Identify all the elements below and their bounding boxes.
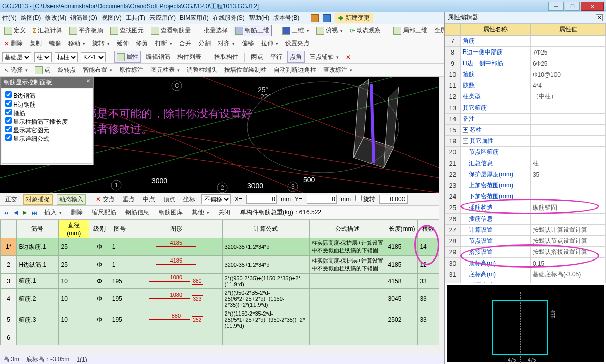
snap-perp[interactable]: 垂点 [121, 194, 137, 205]
prop-row[interactable]: 23 上加密范围(mm) [445, 180, 606, 191]
minimize-button[interactable]: ─ [548, 2, 564, 11]
three-point-button[interactable]: 三点辅轴 [308, 51, 341, 62]
col-header[interactable]: 直径(mm) [59, 220, 89, 238]
prop-row[interactable]: 22 保护层厚度(mm)35 [445, 169, 606, 180]
col-header[interactable]: 长度(mm) [386, 220, 418, 238]
adjust-end-button[interactable]: 调整柱端头 [185, 65, 219, 75]
prop-row[interactable]: 12柱类型（中柱） [445, 91, 606, 102]
floor-select[interactable]: 基础层 [2, 52, 31, 62]
prop-row[interactable]: 9H边一侧中部筋6Φ25 [445, 58, 606, 69]
grip-button[interactable]: 设置夹点 [283, 38, 312, 49]
maximize-button[interactable]: ☐ [565, 2, 580, 11]
table-row[interactable]: 3箍筋.110Φ19510808802*((950-2*35)+(1150-2*… [1, 274, 439, 289]
offset-button[interactable]: 偏移 [240, 38, 256, 49]
viewport-3d[interactable]: 1 2 3 C 3000 3000 500 25° 22° 那是不可能的，除非你… [0, 77, 439, 193]
delete-button[interactable]: ✕删除 [2, 38, 25, 49]
parallel-button[interactable]: 平行 [268, 51, 284, 62]
nav-first[interactable]: ⏮ [3, 210, 9, 216]
prop-row[interactable]: 32+锚固搭接 [445, 280, 606, 283]
col-header[interactable]: 计算公式 [222, 220, 309, 238]
dyn-input-toggle[interactable]: 动态输入 [57, 194, 86, 205]
menu-item[interactable]: 在线服务(S) [213, 14, 245, 22]
define-button[interactable]: 定义 [2, 25, 28, 36]
prop-row[interactable]: 7角筋 [445, 36, 606, 47]
menu-item[interactable]: 件(N) [2, 14, 17, 22]
find-elem-button[interactable]: 查找图元 [108, 25, 146, 36]
close-icon[interactable]: ✕ [86, 78, 90, 87]
checkbox-item[interactable]: B边钢筋 [5, 91, 89, 100]
sub-select[interactable]: 框柱 [55, 52, 78, 62]
type-select[interactable]: 柱 [34, 52, 52, 62]
point-button[interactable]: 点 [33, 65, 53, 75]
edit-rebar-button[interactable]: 编辑钢筋 [144, 51, 172, 62]
osnap-toggle[interactable]: 对象捕捉 [23, 194, 53, 205]
table-row[interactable]: 5箍筋.310Φ1958802522*(((1150-2*35-2*d-25)/… [1, 309, 439, 330]
del-axis-button[interactable]: ✕ [344, 53, 353, 62]
rotate-check[interactable]: 旋转 [355, 195, 375, 204]
copy-button[interactable]: 复制 [28, 38, 44, 49]
prop-row[interactable]: 14备注 [445, 114, 606, 125]
ortho-toggle[interactable]: 正交 [3, 194, 19, 205]
offset-select[interactable]: 不偏移 [201, 194, 231, 204]
rot-point-button[interactable]: 旋转点 [56, 65, 78, 75]
icon-button[interactable] [311, 14, 319, 22]
prop-row[interactable]: 13其它箍筋 [445, 102, 606, 114]
prop-row[interactable]: 25 插筋构造纵筋锚固 [445, 202, 606, 214]
close-icon[interactable]: ✕ [596, 14, 603, 21]
prop-row[interactable]: 21 汇总信息柱 [445, 158, 606, 169]
rotate-button[interactable]: 旋转 [90, 38, 112, 49]
menu-item[interactable]: 钢筋量(Q) [70, 14, 97, 22]
menu-item[interactable]: 绘图(D) [21, 14, 41, 22]
rebar-3d-button[interactable]: 钢筋三维 [233, 25, 272, 36]
x-input[interactable] [246, 195, 277, 204]
snap-coord[interactable]: 坐标 [181, 194, 197, 205]
prop-row[interactable]: 10箍筋Φ10@100 [445, 69, 606, 80]
props-button[interactable]: 属性 [114, 51, 141, 63]
col-header[interactable]: 图形 [130, 220, 222, 238]
menu-item[interactable]: 视图(V) [102, 14, 122, 22]
trim-button[interactable]: 修剪 [134, 38, 150, 49]
checkbox-item[interactable]: 显示详细公式 [5, 134, 89, 143]
checkbox-item[interactable]: 显示柱插筋下插长度 [5, 117, 89, 126]
close-grid-button[interactable]: 关闭 [216, 207, 232, 218]
rotate-input[interactable] [379, 195, 408, 204]
prop-row[interactable]: 19−其它属性 [445, 136, 606, 147]
col-header[interactable]: 级别 [89, 220, 110, 238]
y-input[interactable] [307, 195, 337, 204]
prop-row[interactable]: 11肢数4*4 [445, 80, 606, 91]
rebar-display-panel[interactable]: 钢筋显示控制面板✕ B边钢筋 H边钢筋 箍筋 显示柱插筋下插长度 显示其它图元 … [0, 77, 94, 165]
align-button[interactable]: 对齐 [216, 38, 237, 49]
snap-mid[interactable]: 中点 [141, 194, 157, 205]
stretch-button[interactable]: 拉伸 [259, 38, 280, 49]
break-button[interactable]: 打断 [153, 38, 174, 49]
view-rebar-button[interactable]: 查看钢筋量 [149, 25, 193, 36]
property-panel[interactable]: 属性编辑器✕ 属性名称属性值 7角筋8B边一侧中部筋7Φ259H边一侧中部筋6Φ… [444, 12, 606, 364]
prop-row[interactable]: 29 搭接设置按默认搭接设置计算 [445, 247, 606, 258]
orbit-button[interactable]: ⟳动态观察 [348, 25, 383, 36]
del-row-button[interactable]: 删除 [69, 207, 85, 218]
nav-last[interactable]: ⏭ [32, 210, 37, 216]
split-button[interactable]: 分割 [196, 38, 213, 49]
two-point-button[interactable]: 两点 [249, 51, 265, 62]
menu-item[interactable]: 云应用(Y) [149, 14, 176, 22]
icon-button[interactable] [323, 14, 331, 22]
table-row[interactable]: 6 [1, 330, 439, 345]
prop-row[interactable]: 27 计算设置按默认计算设置计算 [445, 225, 606, 236]
rebar-grid[interactable]: 筋号 直径(mm) 级别 图号 图形 计算公式 公式描述 长度(mm) 根数 1… [0, 219, 439, 345]
mirror-button[interactable]: 镜像 [47, 38, 63, 49]
table-row[interactable]: 2H边纵筋.125Φ141853200-35+1.2*34*d柱实际高度-保护层… [1, 256, 439, 274]
nav-prev[interactable]: ◀ [14, 209, 18, 216]
col-header[interactable]: 筋号 [17, 220, 59, 238]
sum-calc-button[interactable]: Σ汇总计算 [31, 25, 64, 36]
prop-row[interactable]: 24 下加密范围(mm) [445, 191, 606, 202]
prop-row[interactable]: 15+芯柱 [445, 125, 606, 136]
merge-button[interactable]: 合并 [177, 38, 193, 49]
col-header[interactable]: 图号 [110, 220, 130, 238]
orig-label-button[interactable]: 原位标注 [117, 65, 145, 75]
view-3d-button[interactable]: 三维 [280, 25, 311, 36]
rebar-lib-button[interactable]: 钢筋图库 [157, 207, 185, 218]
select-button[interactable]: ↖选择 [2, 65, 30, 75]
partial-3d-button[interactable]: 局部三维 [391, 25, 429, 36]
batch-select-button[interactable]: 批量选择 [201, 25, 230, 36]
other-button[interactable]: 其他 [190, 207, 211, 218]
